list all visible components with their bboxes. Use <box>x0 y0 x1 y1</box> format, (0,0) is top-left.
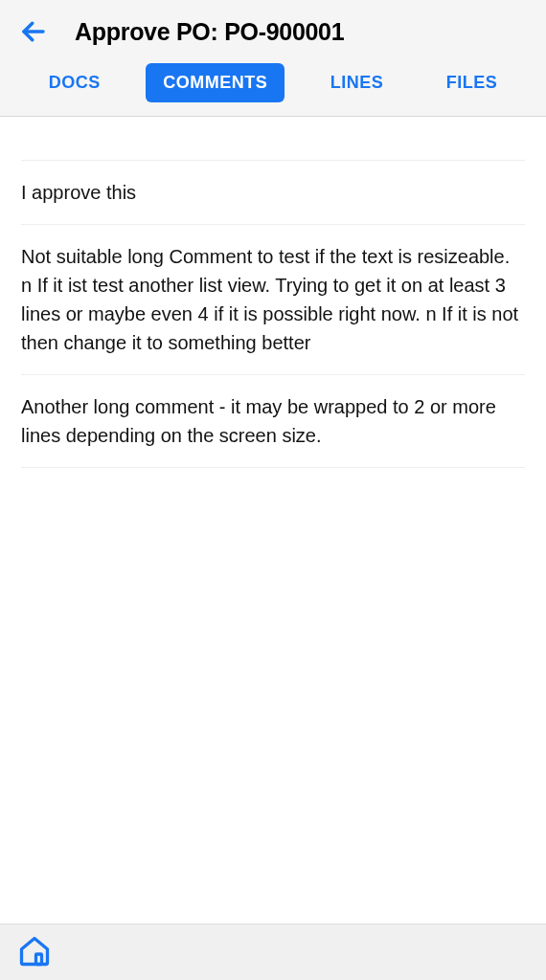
list-top-spacer <box>21 117 525 161</box>
comment-item: Not suitable long Comment to test if the… <box>21 225 525 375</box>
tab-docs[interactable]: DOCS <box>32 63 118 102</box>
header: Approve PO: PO-900001 <box>0 0 546 59</box>
comment-item: Another long comment - it may be wrapped… <box>21 375 525 468</box>
comments-list: I approve this Not suitable long Comment… <box>0 117 546 468</box>
svg-rect-1 <box>36 954 42 965</box>
page-title: Approve PO: PO-900001 <box>75 18 344 46</box>
tab-lines[interactable]: LINES <box>313 63 401 102</box>
tabs-bar: DOCS COMMENTS LINES FILES <box>0 59 546 117</box>
home-icon[interactable] <box>17 934 52 969</box>
content-area: I approve this Not suitable long Comment… <box>0 117 546 924</box>
bottom-bar <box>0 924 546 980</box>
back-arrow-icon[interactable] <box>19 17 48 46</box>
tab-files[interactable]: FILES <box>429 63 515 102</box>
tab-comments[interactable]: COMMENTS <box>146 63 284 102</box>
comment-item: I approve this <box>21 161 525 225</box>
